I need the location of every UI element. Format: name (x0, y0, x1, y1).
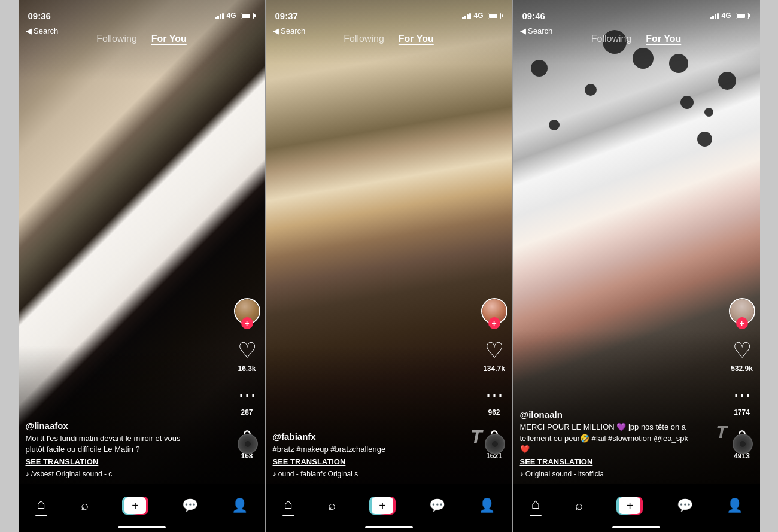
like-count-2: 134.7k (483, 364, 505, 373)
inbox-icon-1: 💬 (182, 498, 198, 513)
dot-7 (697, 132, 712, 147)
avatar-container-1[interactable]: + (234, 298, 260, 324)
comment-count-1: 287 (241, 408, 253, 417)
battery-tip-1 (254, 14, 256, 17)
battery-body-3 (736, 13, 749, 19)
plus-inner-1: + (124, 497, 146, 514)
home-pill-1 (118, 526, 166, 528)
home-icon-1: ⌂ (37, 495, 45, 512)
tab-for-you-3[interactable]: For You (646, 34, 681, 44)
home-pill-2 (365, 526, 413, 528)
nav-profile-1[interactable]: 👤 (232, 498, 248, 513)
tiktok-watermark-2: T (470, 426, 482, 448)
like-btn-3[interactable]: ♡ 532.9k (730, 339, 754, 373)
signal-bar-2-1 (462, 17, 464, 19)
music-disc-inner-1 (245, 441, 251, 447)
avatar-container-3[interactable]: + (729, 298, 755, 324)
nav-create-2[interactable]: + (369, 497, 396, 515)
phones-container: 09:36 4G ◀ Search (0, 0, 778, 532)
nav-profile-2[interactable]: 👤 (479, 498, 495, 513)
music-disc-inner-2 (492, 441, 498, 447)
status-icons-3: 4G (710, 11, 750, 20)
dot-4 (680, 96, 694, 109)
music-disc-2 (485, 434, 505, 454)
nav-search-1[interactable]: ⌕ (81, 498, 89, 513)
comment-btn-3[interactable]: ⋯ 1774 (730, 382, 754, 417)
username-3[interactable]: @ilonaaln (520, 409, 691, 419)
comment-btn-2[interactable]: ⋯ 962 (482, 382, 506, 417)
battery-icon-3 (736, 13, 750, 19)
nav-create-3[interactable]: + (616, 497, 643, 515)
nav-profile-3[interactable]: 👤 (727, 498, 743, 513)
music-disc-3 (733, 434, 753, 454)
status-icons-2: 4G (462, 11, 502, 20)
phone-1: 09:36 4G ◀ Search (19, 0, 266, 532)
like-btn-1[interactable]: ♡ 16.3k (235, 339, 259, 373)
time-3: 09:46 (522, 11, 545, 21)
heart-icon-2: ♡ (482, 339, 506, 363)
avatar-container-2[interactable]: + (481, 298, 507, 324)
signal-bar-2 (217, 16, 219, 19)
signal-bar-2-4 (469, 13, 471, 19)
follow-btn-2[interactable]: + (488, 317, 500, 329)
tab-following-3[interactable]: Following (591, 34, 632, 44)
dot-1 (531, 60, 548, 77)
nav-home-2[interactable]: ⌂ (282, 495, 294, 516)
plus-inner-3: + (619, 497, 640, 514)
caption-2: #bratz #makeup #bratzchallenge (273, 444, 443, 455)
signal-bar-3 (220, 14, 221, 19)
status-bar-3: 09:46 4G (513, 0, 760, 26)
like-btn-2[interactable]: ♡ 134.7k (482, 339, 506, 373)
battery-fill-3 (737, 14, 745, 18)
signal-bars-3 (710, 12, 719, 19)
tab-for-you-2[interactable]: For You (399, 34, 434, 44)
plus-btn-1[interactable]: + (122, 497, 148, 515)
nav-home-3[interactable]: ⌂ (530, 495, 542, 516)
nav-home-1[interactable]: ⌂ (35, 495, 47, 516)
dot-10 (669, 54, 688, 73)
signal-bar-3-1 (710, 17, 712, 19)
follow-btn-1[interactable]: + (241, 317, 253, 329)
like-count-3: 532.9k (731, 364, 753, 373)
nav-inbox-1[interactable]: 💬 (182, 498, 198, 513)
nav-search-2[interactable]: ⌕ (328, 498, 336, 513)
signal-bar-2-3 (467, 14, 469, 19)
username-1[interactable]: @linaafox (26, 421, 196, 431)
nav-tabs-2: Following For You (266, 29, 512, 44)
home-underline-3 (530, 515, 542, 516)
nav-inbox-2[interactable]: 💬 (429, 498, 445, 513)
tab-following-2[interactable]: Following (344, 34, 384, 44)
heart-icon-1: ♡ (235, 339, 259, 363)
caption-3: MERCI POUR LE MILLION 💜 jpp nos tête on … (520, 422, 691, 455)
see-translation-2[interactable]: SEE TRANSLATION (273, 457, 443, 466)
see-translation-3[interactable]: SEE TRANSLATION (520, 457, 691, 466)
tab-following-1[interactable]: Following (96, 34, 137, 44)
search-icon-1: ⌕ (81, 498, 89, 513)
dot-9 (704, 108, 713, 117)
signal-bars-1 (215, 12, 224, 19)
signal-bar-3-2 (712, 16, 714, 19)
nav-tabs-3: Following For You (513, 29, 760, 44)
nav-inbox-3[interactable]: 💬 (677, 498, 693, 513)
battery-tip-2 (502, 14, 503, 17)
plus-btn-2[interactable]: + (369, 497, 396, 515)
username-2[interactable]: @fabianfx (273, 431, 443, 442)
nav-search-3[interactable]: ⌕ (575, 498, 583, 513)
battery-body-2 (488, 13, 501, 19)
time-2: 09:37 (275, 11, 298, 21)
caption-1: Moi tt l'es lundi matin devant le miroir… (26, 433, 196, 455)
follow-btn-3[interactable]: + (736, 317, 748, 329)
battery-fill-2 (489, 14, 497, 18)
battery-tip-3 (749, 14, 750, 17)
comment-btn-1[interactable]: ⋯ 287 (235, 382, 259, 417)
bottom-info-3: @ilonaaln MERCI POUR LE MILLION 💜 jpp no… (513, 409, 698, 478)
dot-6 (549, 120, 560, 130)
tab-for-you-1[interactable]: For You (151, 34, 187, 44)
dot-2 (585, 84, 597, 96)
music-row-3: ♪ Original sound - itsofficia (520, 470, 691, 478)
nav-create-1[interactable]: + (122, 497, 148, 515)
inbox-icon-2: 💬 (429, 498, 445, 513)
see-translation-1[interactable]: SEE TRANSLATION (26, 457, 196, 466)
battery-icon-1 (241, 13, 256, 19)
plus-btn-3[interactable]: + (616, 497, 643, 515)
